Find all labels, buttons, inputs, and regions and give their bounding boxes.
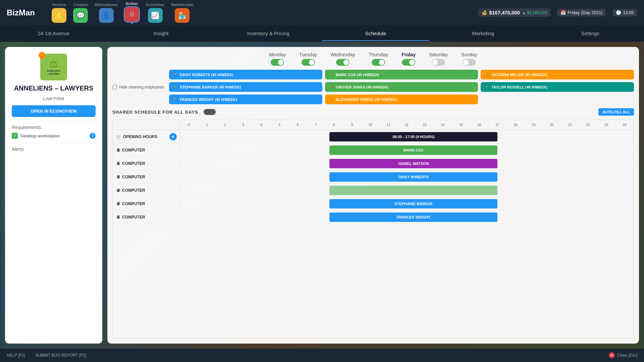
auto-fill-button[interactable]: AUTO-FILL ALL [598,108,634,116]
requirement-desktop: ✓ Desktop workstation ? [12,133,96,139]
emp-taylor-russell[interactable]: 🏃 TAYLOR RUSSELL (45 H/WEEK) [481,82,634,92]
tuesday-toggle[interactable] [302,59,315,66]
computer-row-isabel-watson: 🖥 COMPUTER ISABEL WATSON [113,157,634,170]
computer-row-empty: 🖥 COMPUTER [113,184,634,197]
emp-alexander-owens[interactable]: 🏃 ALEXANDER OWENS (45 H/WEEK) [325,95,478,104]
close-button[interactable]: ✕ Close [Esc] [609,352,637,358]
emp-icon: 🏃 [173,97,178,102]
business-type: LAW FIRM [43,96,64,101]
money-change: ▲ $2,160,529 [522,10,547,15]
computer-icon-3: 🖥 [116,175,120,179]
day-sunday[interactable]: Sunday [461,52,477,66]
nav-item-persona[interactable]: Persona ⭐ [52,3,66,23]
shared-schedule-toggle[interactable] [204,109,216,115]
empty-bar-4[interactable] [329,186,497,195]
emp-icon: 🏃 [485,72,489,77]
money-display: 💰 $107,470,000 ▲ $2,160,529 [478,8,550,17]
computer-icon-4: 🖥 [116,188,120,193]
subnav-insight[interactable]: Insight [107,26,215,41]
active-dot [131,22,133,24]
monday-toggle[interactable] [271,59,284,66]
hide-cleaning-row: Hide cleaning employees [112,85,164,89]
logo-container: ⚖ ANNELIENSLAWYERS ! [40,54,67,80]
day-tuesday[interactable]: Tuesday [299,52,317,66]
computer-icon-6: 🖥 [116,215,120,220]
notification-badge: ! [39,52,45,59]
marketinsider-icon: 🏪 [175,8,190,23]
employees-section: Hide cleaning employees 🏃 DAISY ROBERTS … [112,70,634,104]
nav-item-marketinsider[interactable]: MarketInsider 🏪 [171,3,194,23]
emp-mark-cox[interactable]: 🏃 MARK COX (45 H/WEEK) [325,70,478,79]
opening-hours-label: OPENING HOURS [123,134,157,139]
emp-daisy-roberts[interactable]: 🏃 DAISY ROBERTS (45 H/WEEK) [169,70,322,79]
alerts-label: Alerts [12,146,96,152]
help-button[interactable]: HELP [F1] [7,353,25,358]
schedule-header: 0 1 2 3 4 5 6 7 8 9 10 11 12 13 14 15 16 [113,120,634,130]
saturday-toggle[interactable] [432,59,445,66]
wednesday-toggle[interactable] [336,59,350,66]
emp-frances-wright[interactable]: 🏃 FRANCES WRIGHT (45 H/WEEK) [169,95,322,104]
econoview-icon: 📈 [148,8,163,23]
emp-icon: 🏃 [329,97,334,102]
day-wednesday[interactable]: Wednesday [330,52,355,66]
day-saturday[interactable]: Saturday [429,52,448,66]
subnav-inventory[interactable]: Inventory & Pricing [215,26,322,41]
computer-icon-5: 🖥 [116,201,120,206]
opening-hours-icon: 🛒 [116,134,121,139]
time-display: 🕐 13:05 [612,9,637,16]
frances-wright-bar[interactable]: FRANCES WRIGHT [329,213,497,222]
computer-row-mark-cox: 🖥 COMPUTER MARK COX [113,143,634,157]
mark-cox-bar[interactable]: MARK COX [329,145,497,155]
employees-grid: 🏃 DAISY ROBERTS (45 H/WEEK) 🏃 MARK COX (… [169,70,634,104]
daisy-roberts-bar[interactable]: DAISY ROBERTS [329,172,497,182]
main-content: ⚖ ANNELIENSLAWYERS ! ANNELIENS – LAWYERS… [0,42,644,349]
subnav-schedule[interactable]: Schedule [322,26,429,41]
requirement-help-icon[interactable]: ? [90,133,96,139]
myemployees-icon: 👤 [99,8,114,23]
topbar-right: 💰 $107,470,000 ▲ $2,160,529 📅 Friday (Da… [478,8,637,17]
stephanie-barker-bar[interactable]: STEPHANIE BARKER [329,199,497,208]
right-panel: Monday Tuesday Wednesday Thursday Friday… [107,47,639,344]
computer-row-daisy-roberts: 🖥 COMPUTER DAISY ROBERTS [113,170,634,184]
persona-icon: ⭐ [52,8,66,23]
day-friday[interactable]: Friday [401,52,416,66]
friday-toggle[interactable] [402,59,415,66]
emp-icon: 🏃 [173,85,178,89]
hide-cleaning-checkbox[interactable] [112,85,117,89]
bug-report-button[interactable]: SUBMIT BUG REPORT [F2] [35,353,86,358]
calendar-icon: 📅 [560,10,566,15]
left-panel: ⚖ ANNELIENSLAWYERS ! ANNELIENS – LAWYERS… [5,47,102,344]
subnav-address[interactable]: 24 1st Avenue [0,26,107,41]
logo-icon: ⚖ ANNELIENSLAWYERS [47,59,60,75]
business-logo: ⚖ ANNELIENSLAWYERS ! [40,54,67,80]
add-opening-hours-button[interactable]: + [169,133,177,140]
subnav-marketing[interactable]: Marketing [429,26,537,41]
money-icon: 💰 [482,10,487,15]
emp-grover-jones[interactable]: 🏃 GROVER JONES (45 H/WEEK) [325,82,478,92]
requirements-label: Requirements [12,125,96,130]
emp-icon: 🏃 [173,72,178,77]
business-name: ANNELIENS – LAWYERS [14,84,94,92]
nav-item-myemployees[interactable]: MyEmployees 👤 [95,3,118,23]
nav-item-bizman[interactable]: BizMan 🖥 [124,2,139,24]
computer-row-frances-wright: 🖥 COMPUTER FRANCES WRIGHT [113,210,634,224]
nav-item-contacts[interactable]: Contacts 💬 [73,3,88,23]
date-display: 📅 Friday (Day 2021) [557,9,606,16]
emp-icon: 🏃 [329,72,334,77]
nav-items: Persona ⭐ Contacts 💬 MyEmployees 👤 BizMa… [52,2,468,24]
isabel-watson-bar[interactable]: ISABEL WATSON [329,159,497,168]
schedule-hours: 0 1 2 3 4 5 6 7 8 9 10 11 12 13 14 15 16 [180,120,634,130]
emp-stephanie-barker[interactable]: 🏃 STEPHANIE BARKER (45 H/WEEK) [169,82,322,92]
computer-icon-2: 🖥 [116,161,120,166]
open-in-econoview-button[interactable]: OPEN IN ECONOVIEW [12,105,96,117]
sunday-toggle[interactable] [463,59,476,66]
opening-hours-bar[interactable]: 08:00 - 17:00 (9 HOURS) [329,132,497,141]
thursday-toggle[interactable] [372,59,385,66]
shared-schedule-label: SHARED SCHEDULE FOR ALL DAYS [112,110,198,115]
clock-icon: 🕐 [616,10,621,15]
day-thursday[interactable]: Thursday [369,52,388,66]
nav-item-econoview[interactable]: EconoView 📈 [146,3,164,23]
day-monday[interactable]: Monday [269,52,286,66]
subnav-settings[interactable]: Settings [537,26,644,41]
emp-victoria-miller[interactable]: 🏃 VICTORIA MILLER (45 H/WEEK) [481,70,634,79]
